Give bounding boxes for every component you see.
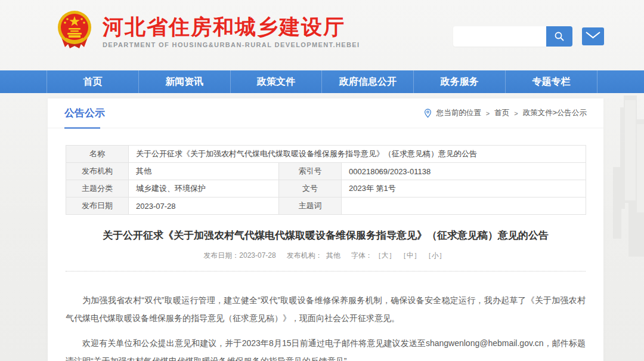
section-title: 公告公示 [64,106,105,120]
location-pin-icon [424,109,432,118]
publish-date-label: 发布日期： [203,251,239,260]
table-value-name: 关于公开征求《关于加强农村气代煤电代煤取暖设备维保服务指导意见》（征求意见稿）意… [129,146,586,163]
nav-item-special-topics[interactable]: 专题专栏 [505,70,597,93]
nav-item-home[interactable]: 首页 [47,70,138,93]
table-label-doc-number: 文号 [279,180,342,198]
nav-item-gov-info-disclosure[interactable]: 政府信息公开 [321,70,413,93]
table-value-publish-date: 2023-07-28 [129,198,279,215]
table-row: 发布日期 2023-07-28 主题词 [66,198,586,215]
table-label-publish-date: 发布日期 [66,198,129,215]
table-value-doc-number: 2023年 第1号 [342,180,586,198]
content-panel: 公告公示 您当前的位置 > 首页 > 政策文件>公告公示 名称 [48,98,603,361]
table-label-publisher: 发布机构 [66,163,129,180]
document-info-table: 名称 关于公开征求《关于加强农村气代煤电代煤取暖设备维保服务指导意见》（征求意见… [66,145,586,215]
breadcrumb-current-link[interactable]: 政策文件>公告公示 [523,108,587,118]
breadcrumb-location-label: 您当前的位置 [436,108,481,118]
font-size-large-button[interactable]: ［大］ [374,251,396,260]
table-value-index-number: 000218069/2023-01138 [342,163,586,180]
table-label-name: 名称 [66,146,129,163]
nav-item-policy-documents[interactable]: 政策文件 [230,70,322,93]
site-header: 河北省住房和城乡建设厅 DEPARTMENT OF HOUSING&URBAN-… [0,0,644,70]
table-value-keywords [342,198,586,215]
table-row: 主题分类 城乡建设、环境保护 文号 2023年 第1号 [66,180,586,198]
font-size-small-button[interactable]: ［小］ [425,251,446,260]
table-label-keywords: 主题词 [279,198,342,215]
nav-item-gov-services[interactable]: 政务服务 [413,70,505,93]
breadcrumb-separator: > [514,110,518,117]
search-icon [554,31,565,42]
table-row: 名称 关于公开征求《关于加强农村气代煤电代煤取暖设备维保服务指导意见》（征求意见… [66,146,586,163]
nav-item-news[interactable]: 新闻资讯 [138,70,230,93]
mail-button[interactable] [582,27,604,45]
article-title: 关于公开征求《关于加强农村气代煤电代煤取暖设备维保服务指导意见》（征求意见稿）意… [72,229,580,243]
article-meta: 发布日期：2023-07-28发布机构：其他字体：［大］［中］［小］ [48,251,603,261]
article-paragraph-2: 欢迎有关单位和公众提出意见和建议，并于2023年8月15日前通过电子邮件将意见建… [66,334,586,361]
publish-org-label: 发布机构： [287,251,323,260]
site-subtitle: DEPARTMENT OF HOUSING&URBAN-RURAL DEVELO… [103,41,360,48]
font-size-medium-button[interactable]: ［中］ [400,251,421,260]
publish-date-value: 2023-07-28 [239,251,275,260]
site-title-block: 河北省住房和城乡建设厅 DEPARTMENT OF HOUSING&URBAN-… [103,14,360,48]
mail-icon [585,30,601,42]
breadcrumb: 您当前的位置 > 首页 > 政策文件>公告公示 [424,108,587,118]
article-paragraph-1: 为加强我省农村“双代”取暖运行管理，建立健全“双代”取暖设备维修保养服务机制，确… [66,291,586,327]
dotted-divider [66,271,586,271]
main-nav: 首页 新闻资讯 政策文件 政府信息公开 政务服务 专题专栏 [0,70,644,93]
table-label-index-number: 索引号 [279,163,342,180]
search-button[interactable] [546,26,572,47]
site-title: 河北省住房和城乡建设厅 [103,14,360,39]
publish-org-value: 其他 [326,251,340,260]
table-value-topic-category: 城乡建设、环境保护 [129,180,279,198]
search-area [453,26,604,47]
font-size-label: 字体： [351,251,373,260]
table-row: 发布机构 其他 索引号 000218069/2023-01138 [66,163,586,180]
table-value-publisher: 其他 [129,163,279,180]
skyline-watermark [602,95,644,292]
breadcrumb-home-link[interactable]: 首页 [494,108,509,118]
table-label-topic-category: 主题分类 [66,180,129,198]
national-emblem-logo [55,9,94,51]
search-input[interactable] [453,26,546,47]
panel-header: 公告公示 您当前的位置 > 首页 > 政策文件>公告公示 [48,98,603,128]
section-title-underline [64,127,100,129]
breadcrumb-separator: > [486,110,490,117]
page: 河北省住房和城乡建设厅 DEPARTMENT OF HOUSING&URBAN-… [0,0,644,361]
